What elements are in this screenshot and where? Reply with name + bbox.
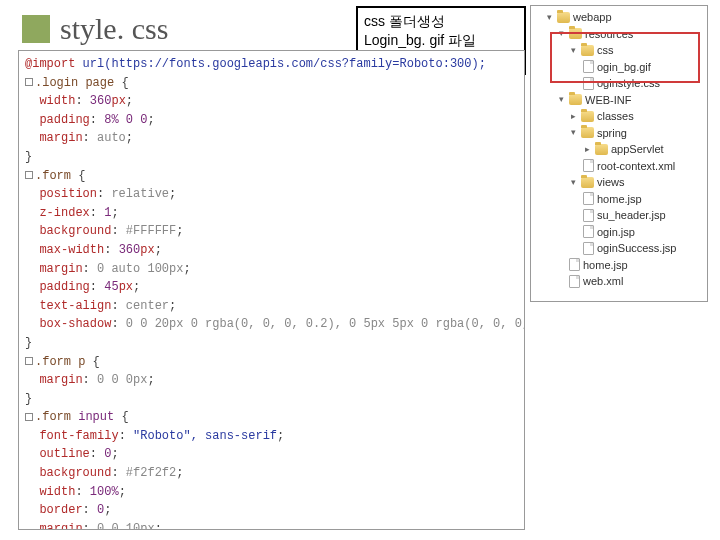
title-accent-block [22, 15, 50, 43]
file-icon [583, 60, 594, 73]
file-icon [583, 242, 594, 255]
tree-file[interactable]: root-context.xml [533, 158, 705, 175]
folder-icon [569, 94, 582, 105]
code-editor[interactable]: @import url(https://fonts.googleapis.com… [18, 50, 525, 530]
folder-icon [595, 144, 608, 155]
file-icon [569, 275, 580, 288]
file-icon [583, 192, 594, 205]
page-title: style. css [22, 12, 168, 46]
folder-icon [581, 111, 594, 122]
project-tree[interactable]: ▾webapp ▾resources ▾css ogin_bg.gif ogin… [530, 5, 708, 302]
file-icon [583, 77, 594, 90]
tree-folder-css[interactable]: ▾css [533, 42, 705, 59]
file-icon [583, 225, 594, 238]
tree-folder-webapp[interactable]: ▾webapp [533, 9, 705, 26]
folder-icon [581, 127, 594, 138]
note-line: css 폴더생성 [364, 12, 518, 31]
folder-icon [581, 45, 594, 56]
tree-file[interactable]: home.jsp [533, 191, 705, 208]
tree-file[interactable]: ogin_bg.gif [533, 59, 705, 76]
file-icon [583, 209, 594, 222]
title-text: style. css [60, 12, 168, 46]
tree-file[interactable]: web.xml [533, 273, 705, 290]
tree-folder-appservlet[interactable]: ▸appServlet [533, 141, 705, 158]
tree-file[interactable]: oginstyle.css [533, 75, 705, 92]
tree-folder-webinf[interactable]: ▾WEB-INF [533, 92, 705, 109]
folder-icon [581, 177, 594, 188]
tree-folder-views[interactable]: ▾views [533, 174, 705, 191]
tree-file[interactable]: ogin.jsp [533, 224, 705, 241]
tree-file[interactable]: su_header.jsp [533, 207, 705, 224]
tree-folder-classes[interactable]: ▸classes [533, 108, 705, 125]
tree-folder-spring[interactable]: ▾spring [533, 125, 705, 142]
note-line: Login_bg. gif 파일 [364, 31, 518, 50]
folder-icon [557, 12, 570, 23]
tree-file[interactable]: home.jsp [533, 257, 705, 274]
file-icon [583, 159, 594, 172]
file-icon [569, 258, 580, 271]
folder-icon [569, 28, 582, 39]
tree-folder-resources[interactable]: ▾resources [533, 26, 705, 43]
tree-file[interactable]: oginSuccess.jsp [533, 240, 705, 257]
